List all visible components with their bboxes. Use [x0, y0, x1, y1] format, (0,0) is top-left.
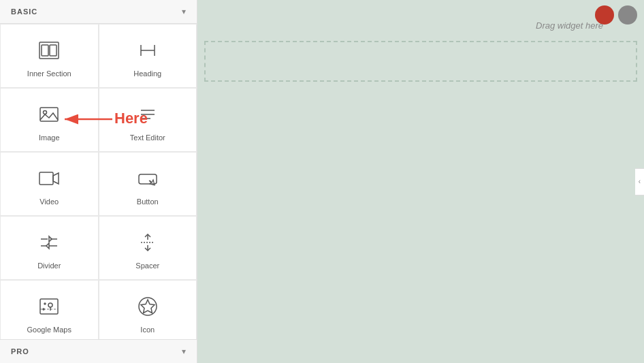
right-panel: ‹ Drag widget here: [197, 0, 644, 363]
divider-icon: [35, 229, 63, 256]
pro-chevron-icon: ▾: [182, 347, 186, 356]
widget-image[interactable]: Image: [0, 88, 99, 152]
widget-heading[interactable]: Heading: [99, 24, 197, 88]
widget-spacer-label: Spacer: [135, 262, 159, 270]
spacer-icon: [134, 229, 161, 256]
image-icon: [35, 101, 63, 128]
pro-label: PRO: [11, 347, 29, 356]
svg-marker-30: [141, 300, 155, 313]
svg-point-24: [48, 303, 52, 307]
left-panel: BASIC ▾ Inner Section: [0, 0, 197, 363]
widget-divider[interactable]: Divider: [0, 216, 99, 280]
drag-hint-text: Drag widget here: [536, 20, 603, 31]
button-icon: [134, 165, 161, 192]
widgets-grid: Inner Section Heading Imag: [0, 24, 197, 339]
svg-marker-12: [53, 173, 59, 184]
widget-spacer[interactable]: Spacer: [99, 216, 197, 280]
widget-text-editor[interactable]: Text Editor: [99, 88, 197, 152]
widget-inner-section[interactable]: Inner Section: [0, 24, 99, 88]
widget-video-label: Video: [39, 198, 59, 206]
svg-point-7: [44, 111, 47, 114]
widget-text-editor-label: Text Editor: [130, 133, 165, 142]
video-icon: [35, 165, 63, 192]
widget-icon-label: Icon: [140, 326, 155, 334]
basic-chevron-icon: ▾: [182, 7, 186, 16]
widget-icon[interactable]: Icon: [99, 280, 197, 339]
svg-rect-6: [40, 108, 58, 121]
svg-rect-11: [39, 172, 53, 185]
widget-video[interactable]: Video: [0, 152, 99, 216]
widget-button-label: Button: [137, 198, 159, 206]
widget-inner-section-label: Inner Section: [27, 69, 71, 78]
inner-section-icon: [35, 37, 63, 64]
gray-circle-button[interactable]: [618, 5, 637, 25]
svg-point-27: [44, 303, 46, 304]
widget-image-label: Image: [39, 133, 60, 142]
svg-marker-18: [46, 243, 49, 249]
svg-rect-1: [42, 45, 48, 56]
heading-icon: [134, 37, 161, 64]
svg-rect-2: [50, 45, 57, 56]
drop-zone[interactable]: [204, 41, 637, 82]
widget-heading-label: Heading: [133, 69, 161, 78]
basic-section-header[interactable]: BASIC ▾: [0, 0, 197, 24]
text-editor-icon: [134, 101, 161, 128]
icon-widget-icon: [134, 293, 161, 320]
widget-divider-label: Divider: [37, 262, 61, 270]
google-maps-icon: [35, 293, 63, 320]
collapse-panel-button[interactable]: ‹: [635, 168, 644, 195]
collapse-icon: ‹: [639, 178, 641, 185]
basic-label: BASIC: [11, 7, 37, 16]
widget-google-maps[interactable]: Google Maps: [0, 280, 99, 339]
widget-button[interactable]: Button: [99, 152, 197, 216]
widget-google-maps-label: Google Maps: [27, 326, 71, 334]
pro-section-header[interactable]: PRO ▾: [0, 339, 197, 363]
